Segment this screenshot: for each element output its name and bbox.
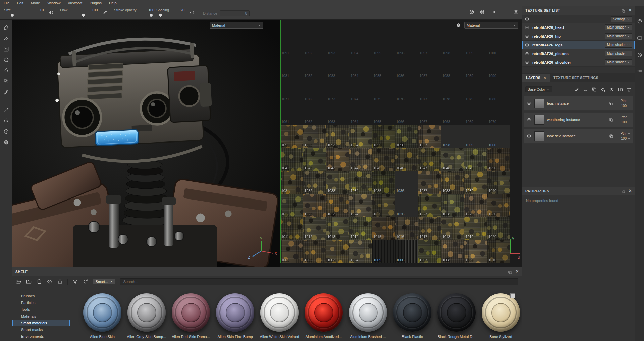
- eye-icon[interactable]: [525, 34, 529, 39]
- udim-tile-1004[interactable]: 1004: [349, 240, 372, 263]
- trash-icon[interactable]: [627, 87, 632, 92]
- udim-tile-1059[interactable]: 1059: [464, 125, 487, 148]
- udim-tile-1051[interactable]: 1051: [280, 125, 303, 148]
- udim-tile[interactable]: [510, 33, 522, 56]
- udim-tile-1043[interactable]: 1043: [326, 148, 349, 171]
- menu-file[interactable]: File: [0, 1, 13, 5]
- menu-window[interactable]: Window: [44, 1, 64, 5]
- close-panel-icon[interactable]: ×: [629, 188, 632, 193]
- new-folder-icon[interactable]: [26, 279, 32, 284]
- shelf-category-brushes[interactable]: Brushes: [12, 293, 70, 299]
- udim-tile-1091[interactable]: 1091: [280, 33, 303, 56]
- udim-tile-1016[interactable]: 1016: [395, 217, 418, 240]
- tab-texture-set-settings[interactable]: TEXTURE SET SETTINGS: [550, 74, 602, 82]
- tool-projection[interactable]: [1, 45, 11, 54]
- settings-button[interactable]: Settings: [611, 16, 632, 22]
- material-item-bone-stylized[interactable]: Bone Stylized: [481, 293, 520, 341]
- hide-icon[interactable]: [47, 279, 52, 284]
- param-spacing-slider[interactable]: [156, 13, 184, 17]
- opacity-value[interactable]: 100: [621, 104, 630, 108]
- udim-tile-1032[interactable]: 1032: [303, 171, 326, 194]
- viewport-settings-icon[interactable]: [456, 23, 461, 28]
- udim-tile-1015[interactable]: 1015: [372, 217, 395, 240]
- stamp-icon[interactable]: [583, 87, 588, 92]
- param-size-slider[interactable]: [4, 13, 44, 17]
- udim-tile-1061[interactable]: 1061: [280, 102, 303, 125]
- udim-tile-1075[interactable]: 1075: [372, 79, 395, 102]
- udim-tile-1054[interactable]: 1054: [349, 125, 372, 148]
- udim-tile-1086[interactable]: 1086: [395, 56, 418, 79]
- texture-set-row-retrofitaf26-shoulder[interactable]: retrofitAF26_shoulderMain shader: [522, 58, 635, 67]
- shader-select[interactable]: Main shader: [605, 33, 632, 39]
- udim-tile-1023[interactable]: 1023: [326, 194, 349, 217]
- tool-polygon-fill[interactable]: [1, 55, 11, 64]
- instance-icon[interactable]: [592, 87, 597, 92]
- layer-row-look-dev-instance[interactable]: look dev instancePthr100: [524, 129, 633, 144]
- udim-tile-1081[interactable]: 1081: [280, 56, 303, 79]
- opacity-value[interactable]: 100: [621, 137, 630, 140]
- shelf-category-color-profiles[interactable]: Color profiles: [12, 340, 70, 341]
- shader-select[interactable]: Main shader: [605, 59, 632, 65]
- blend-mode-select[interactable]: Pthr: [621, 115, 630, 119]
- sync-icon[interactable]: [83, 279, 88, 284]
- udim-tile-1029[interactable]: 1029: [464, 194, 487, 217]
- shader-select[interactable]: Main shader: [605, 42, 632, 48]
- stroke-shape-icon[interactable]: [190, 10, 195, 15]
- udim-tile-1047[interactable]: 1047: [418, 148, 441, 171]
- texture-set-row-retrofitaf26-legs[interactable]: retrofitAF26_legsMain shader: [522, 41, 635, 49]
- udim-tile-1076[interactable]: 1076: [395, 79, 418, 102]
- menu-plugins[interactable]: Plugins: [86, 1, 105, 5]
- udim-tile[interactable]: [510, 125, 522, 148]
- udim-tile-1014[interactable]: 1014: [349, 217, 372, 240]
- eye-icon[interactable]: [527, 134, 531, 138]
- brush-tip-icon[interactable]: [49, 10, 54, 15]
- shader-select[interactable]: Main shader: [605, 51, 632, 56]
- float-panel-icon[interactable]: [508, 270, 512, 274]
- udim-tile-1039[interactable]: 1039: [464, 171, 487, 194]
- udim-tile[interactable]: [395, 20, 418, 33]
- texture-set-row-retrofitaf26-head[interactable]: retrofitAF26_headMain shader: [522, 23, 635, 32]
- import-icon[interactable]: [37, 279, 42, 284]
- udim-tile-1005[interactable]: 1005: [372, 240, 395, 263]
- eye-icon[interactable]: [527, 101, 531, 106]
- udim-tile-1058[interactable]: 1058: [441, 125, 464, 148]
- udim-tile-1066[interactable]: 1066: [395, 102, 418, 125]
- eye-icon[interactable]: [525, 60, 529, 65]
- tool-resources[interactable]: [1, 127, 11, 136]
- shelf-category-materials[interactable]: Materials: [12, 313, 70, 320]
- udim-tile-1100[interactable]: 1100: [487, 33, 510, 56]
- material-item-alien-blue-skin[interactable]: Alien Blue Skin: [83, 293, 122, 341]
- udim-tile-1030[interactable]: 1030: [487, 194, 510, 217]
- udim-tile-1008[interactable]: 1008: [441, 240, 464, 263]
- udim-tile-1009[interactable]: 1009: [464, 240, 487, 263]
- udim-tile-1099[interactable]: 1099: [464, 33, 487, 56]
- udim-tile-1021[interactable]: 1021: [280, 194, 303, 217]
- tool-clone-stamp[interactable]: [1, 77, 11, 86]
- blend-mode-select[interactable]: Pthr: [621, 99, 630, 103]
- tool-paint-brush[interactable]: [1, 23, 11, 32]
- opacity-value[interactable]: 100: [621, 120, 630, 124]
- eye-icon[interactable]: [525, 25, 529, 30]
- udim-tile-1083[interactable]: 1083: [326, 56, 349, 79]
- eye-icon[interactable]: [525, 17, 529, 21]
- udim-tile[interactable]: [326, 20, 349, 33]
- udim-tile-1019[interactable]: 1019: [464, 217, 487, 240]
- fill-icon[interactable]: [600, 87, 605, 92]
- menu-help[interactable]: Help: [105, 1, 120, 5]
- udim-tile[interactable]: [418, 20, 441, 33]
- texture-set-row-retrofitaf26-pistons[interactable]: retrofitAF26_pistonsMain shader: [522, 49, 635, 58]
- udim-tile-1098[interactable]: 1098: [441, 33, 464, 56]
- udim-tile-1011[interactable]: 1011: [280, 217, 303, 240]
- udim-tile-1024[interactable]: 1024: [349, 194, 372, 217]
- udim-tile-1038[interactable]: 1038: [441, 171, 464, 194]
- distance-input[interactable]: 8: [220, 10, 250, 16]
- udim-tile-1027[interactable]: 1027: [418, 194, 441, 217]
- menu-mode[interactable]: Mode: [27, 1, 44, 5]
- material-item-aluminium-anodized-[interactable]: Aluminium Anodized...: [304, 293, 343, 341]
- udim-tile-1022[interactable]: 1022: [303, 194, 326, 217]
- stroke-shape-group[interactable]: [190, 8, 195, 15]
- udim-tile-1074[interactable]: 1074: [349, 79, 372, 102]
- udim-tile[interactable]: [510, 56, 522, 79]
- udim-tile-1033[interactable]: 1033: [326, 171, 349, 194]
- shader-select[interactable]: Main shader: [605, 24, 632, 30]
